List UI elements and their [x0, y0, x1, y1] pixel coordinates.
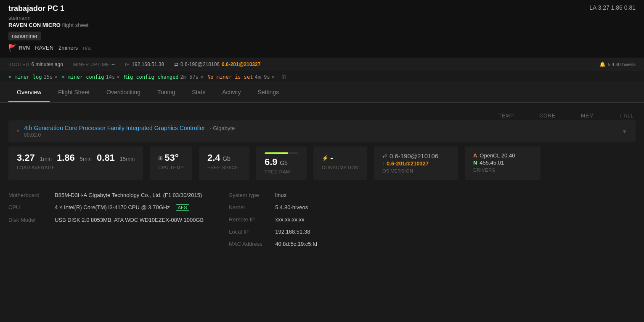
cpu-icon: ⊞ [158, 155, 163, 161]
log-item-2: > miner config 14s ✕ [61, 74, 119, 80]
log-bar: > miner log 15s ✕ > miner config 14s ✕ R… [0, 71, 644, 83]
sys-info-right: System type linux Kernel 5.4.80-hiveos R… [229, 192, 317, 253]
os-version-label: OS VERSION [382, 168, 450, 173]
free-ram-fill [265, 152, 288, 154]
close-log3[interactable]: ✕ [200, 74, 203, 80]
os-version-val: 0.6-190@210106 [390, 152, 438, 160]
os-update-val: ↑ 0.6-201@210327 [382, 160, 429, 167]
kernel-row: Kernel 5.4.80-hiveos [229, 204, 317, 210]
tab-stats[interactable]: Stats [183, 83, 214, 102]
coin-name: RAVEN [35, 45, 53, 51]
gpu-brand: · Gigabyte [210, 125, 235, 131]
consumption-label: CONSUMPTION [322, 165, 359, 170]
consumption-val: - [330, 152, 333, 163]
stats-cards: 3.27 1min 1.86 5min 0.81 15min LOAD AVER… [8, 146, 636, 184]
flight-name: RAVEN CON MICRO flight sheet [8, 22, 88, 28]
cpu-temp-val: 53° [164, 152, 178, 163]
header-left: trabajador PC 1 steimann RAVEN CON MICRO… [8, 4, 90, 53]
load1-unit: 1min [40, 156, 52, 162]
cpu-temp-card: ⊞ 53° CPU TEMP [150, 146, 192, 180]
gpu-row: * 4th Generation Core Processor Family I… [8, 120, 636, 142]
log-item-4: No miner is set 4m 9s ✕ [207, 74, 275, 80]
miner-coin: 🚩 RVN [8, 44, 30, 52]
na-value: n/a [83, 45, 90, 51]
cpu-row: CPU 4 × Intel(R) Core(TM) i3-4170 CPU @ … [8, 204, 204, 211]
drivers-card: A OpenCL 20.40 N 455.45.01 DRIVERS [465, 146, 541, 180]
log-item-1: > miner log 15s ✕ [8, 74, 57, 80]
close-log2[interactable]: ✕ [117, 74, 119, 80]
free-space-val: 2.4 [207, 152, 220, 163]
gpu-info: 4th Generation Core Processor Family Int… [24, 125, 235, 138]
driver-n-label: N [473, 160, 477, 166]
close-log1[interactable]: ✕ [54, 74, 57, 80]
free-ram-card: 6.9 Gb FREE RAM [256, 146, 307, 180]
header-bar: trabajador PC 1 steimann RAVEN CON MICRO… [0, 0, 644, 58]
free-space-unit: Gb [223, 155, 231, 162]
la-display: LA 3.27 1.86 0.81 [589, 4, 636, 11]
cpu-temp-label: CPU TEMP [158, 165, 184, 170]
sys-info-left: Motherboard B85M-D3H-A Gigabyte Technolo… [8, 192, 204, 253]
bell-icon: 🔔 [599, 61, 606, 67]
driver-a-label: A [473, 152, 477, 159]
tab-overclocking[interactable]: Overclocking [98, 83, 149, 102]
disk-row: Disk Model USB DISK 2.0 8053MB, ATA WDC … [8, 217, 204, 223]
pc-title: trabajador PC 1 [8, 4, 90, 13]
bolt-icon: ⚡ [322, 155, 329, 161]
miners-count: 2miners [58, 45, 78, 51]
free-space-card: 2.4 Gb FREE SPACE [199, 146, 249, 180]
motherboard-row: Motherboard B85M-D3H-A Gigabyte Technolo… [8, 192, 204, 198]
trash-icon[interactable]: 🗑 [281, 74, 287, 80]
local-ip-row: Local IP 192.168.51.38 [229, 229, 317, 235]
close-log4[interactable]: ✕ [272, 74, 275, 80]
aes-badge: AES [176, 204, 189, 211]
mac-row: MAC Address 40:8d:5c:19:c5:fd [229, 241, 317, 247]
version-info: ⇄ 0.6-190@210106 0.6-201@210327 [174, 61, 260, 67]
gpu-address: 00:02.0 [24, 132, 235, 138]
tab-tuning[interactable]: Tuning [149, 83, 183, 102]
info-bar: BOOTED 6 minutes ago MINER UPTIME -- IP … [0, 58, 644, 71]
load2-unit: 5min [80, 156, 92, 162]
gpu-table-header: TEMP CORE MEM ↑ all [8, 111, 636, 120]
load3-val: 0.81 [97, 152, 115, 163]
tab-flight-sheet[interactable]: Flight Sheet [50, 83, 98, 102]
free-ram-unit: Gb [280, 160, 288, 166]
miner-tag: nanominer [8, 32, 41, 40]
col-temp: TEMP [498, 113, 514, 119]
sys-info: Motherboard B85M-D3H-A Gigabyte Technolo… [8, 192, 636, 253]
load2-val: 1.86 [57, 152, 75, 163]
gpu-name: 4th Generation Core Processor Family Int… [24, 125, 205, 131]
gpu-expand-icon[interactable]: ▼ [622, 128, 627, 135]
ip-info: IP 192.168.51.38 [125, 61, 164, 67]
tab-overview[interactable]: Overview [8, 83, 50, 102]
free-space-label: FREE SPACE [207, 165, 241, 170]
col-mem: MEM [581, 113, 594, 119]
system-type-row: System type linux [229, 192, 317, 198]
coin-flag: 🚩 [8, 44, 17, 52]
miner-row: 🚩 RVN RAVEN 2miners n/a [8, 42, 90, 53]
consumption-card: ⚡ - CONSUMPTION [313, 146, 367, 180]
load-row: 3.27 1min 1.86 5min 0.81 15min [17, 152, 135, 163]
load-avg-card: 3.27 1min 1.86 5min 0.81 15min LOAD AVER… [8, 146, 143, 180]
load3-unit: 15min [120, 156, 135, 162]
tab-activity[interactable]: Activity [214, 83, 249, 102]
free-ram-label: FREE RAM [265, 169, 298, 174]
booted-info: BOOTED 6 minutes ago [8, 61, 63, 67]
load1-val: 3.27 [17, 152, 35, 163]
hiveos-info: 🔔 5.4.80-hiveos [599, 61, 636, 67]
tabs: Overview Flight Sheet Overclocking Tunin… [0, 83, 644, 103]
miner-uptime-info: MINER UPTIME -- [73, 61, 115, 67]
log-item-3: Rig config changed 2m 57s ✕ [124, 74, 203, 80]
gpu-star: * [17, 128, 19, 135]
free-ram-val: 6.9 [265, 157, 278, 167]
remote-ip-row: Remote IP xxx.xx.xx.xx [229, 216, 317, 223]
main-content: TEMP CORE MEM ↑ all * 4th Generation Cor… [0, 103, 644, 261]
col-core: CORE [539, 113, 556, 119]
driver-a-val: OpenCL 20.40 [480, 152, 515, 159]
username: steimann [8, 15, 90, 21]
coin-symbol: RVN [19, 45, 30, 51]
os-version-card: ⇄ 0.6-190@210106 ↑ 0.6-201@210327 OS VER… [374, 146, 458, 180]
os-version-icon: ⇄ [382, 153, 387, 159]
drivers-label: DRIVERS [473, 168, 532, 173]
tab-settings[interactable]: Settings [249, 83, 288, 102]
col-all: ↑ all [619, 113, 634, 119]
